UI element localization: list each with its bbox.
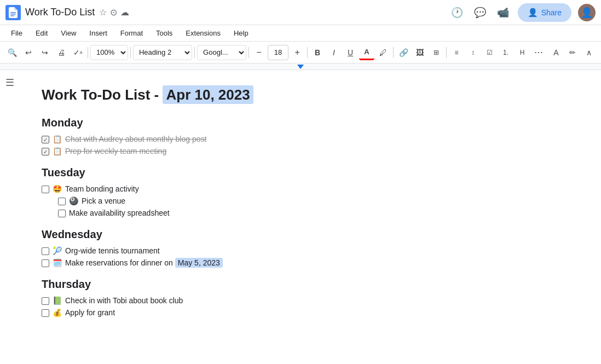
- ordered-list-btn[interactable]: 1.: [498, 45, 513, 60]
- task-item: 🎱 Pick a venue: [58, 197, 568, 205]
- user-avatar[interactable]: 👤: [578, 4, 596, 21]
- tuesday-heading: Tuesday: [42, 166, 568, 179]
- line-spacing-btn[interactable]: ↕: [465, 45, 481, 60]
- task-item: ✓ 📋 Chat with Audrey about monthly blog …: [42, 135, 568, 143]
- checkbox[interactable]: [42, 247, 49, 255]
- print-btn[interactable]: 🖨: [54, 45, 69, 60]
- document-title: Work To-Do List - Apr 10, 2023: [42, 86, 568, 103]
- task-emoji: 🤩: [53, 184, 62, 193]
- style-select[interactable]: Heading 2 Normal text Heading 1 Heading …: [133, 45, 192, 60]
- app-icon: [5, 5, 21, 20]
- task-item: 📗 Check in with Tobi about book club: [42, 296, 568, 305]
- title-icons: ☆ ⊙ ☁: [99, 7, 129, 18]
- menu-extensions[interactable]: Extensions: [180, 27, 226, 39]
- more-options-btn[interactable]: ⋯: [531, 45, 546, 60]
- font-size-increase-btn[interactable]: +: [290, 45, 305, 60]
- undo-btn[interactable]: ↩: [21, 45, 36, 60]
- task-emoji: 🗓️: [53, 258, 62, 267]
- accessibility-btn[interactable]: A: [548, 45, 564, 60]
- share-label: Share: [541, 8, 562, 17]
- task-item: Make availability spreadsheet: [58, 209, 568, 217]
- doc-title-text-part: Work To-Do List -: [42, 86, 163, 103]
- checkbox[interactable]: [42, 309, 49, 317]
- svg-rect-0: [10, 12, 16, 13]
- cloud-icon[interactable]: ☁: [120, 7, 129, 18]
- toolbar-sep-7: [446, 47, 447, 58]
- task-emoji: 🎱: [69, 197, 78, 205]
- ruler-indent-marker: [297, 65, 304, 69]
- doc-title-date-chip: Apr 10, 2023: [163, 85, 253, 104]
- title-bar-right: 🕐 💬 📹 👤 Share 👤: [449, 3, 596, 22]
- checkbox[interactable]: [42, 186, 49, 193]
- checkbox[interactable]: [42, 297, 49, 305]
- link-btn[interactable]: 🔗: [396, 45, 411, 60]
- task-text: Chat with Audrey about monthly blog post: [65, 135, 206, 143]
- ruler-area: [0, 63, 601, 70]
- menu-format[interactable]: Format: [115, 27, 148, 39]
- bold-btn[interactable]: B: [310, 45, 325, 60]
- history-icon[interactable]: 🕐: [449, 4, 465, 21]
- share-person-icon: 👤: [528, 8, 538, 18]
- checkbox[interactable]: [42, 259, 49, 267]
- task-item: 💰 Apply for grant: [42, 308, 568, 317]
- video-icon[interactable]: 📹: [495, 4, 511, 21]
- font-size-input[interactable]: [268, 45, 288, 60]
- sidebar-toggle[interactable]: ☰: [0, 70, 20, 364]
- task-text: Make reservations for dinner on May 5, 2…: [65, 258, 223, 267]
- insert-image-btn[interactable]: ⊞: [429, 45, 444, 60]
- collapse-toolbar-btn[interactable]: ∧: [581, 45, 597, 60]
- thursday-task-list: 📗 Check in with Tobi about book club 💰 A…: [42, 296, 568, 317]
- checkbox[interactable]: ✓: [42, 136, 49, 143]
- star-icon[interactable]: ☆: [99, 7, 107, 18]
- title-bar-left: Work To-Do List ☆ ⊙ ☁: [5, 5, 449, 20]
- title-bar: Work To-Do List ☆ ⊙ ☁ 🕐 💬 📹 👤 Share 👤: [0, 0, 601, 25]
- outline-icon: ☰: [5, 77, 14, 364]
- checkbox[interactable]: [58, 210, 66, 217]
- redo-btn[interactable]: ↪: [37, 45, 53, 60]
- align-btn[interactable]: ≡: [449, 45, 464, 60]
- tuesday-task-list: 🤩 Team bonding activity 🎱 Pick a venue M…: [42, 184, 568, 217]
- checkbox[interactable]: ✓: [42, 148, 49, 155]
- doc-container: ☰ Work To-Do List - Apr 10, 2023 Monday …: [0, 70, 601, 364]
- italic-btn[interactable]: I: [326, 45, 342, 60]
- task-item: 🗓️ Make reservations for dinner on May 5…: [42, 258, 568, 267]
- highlight-btn[interactable]: 🖊: [375, 45, 391, 60]
- folder-icon[interactable]: ⊙: [110, 7, 117, 18]
- share-button[interactable]: 👤 Share: [518, 3, 571, 22]
- monday-heading: Monday: [42, 117, 568, 129]
- svg-rect-1: [10, 14, 16, 15]
- menu-insert[interactable]: Insert: [84, 27, 113, 39]
- heading-btn[interactable]: H: [515, 45, 530, 60]
- search-toolbar-btn[interactable]: 🔍: [4, 45, 20, 60]
- spell-check-btn[interactable]: ✓a: [70, 45, 85, 60]
- menu-tools[interactable]: Tools: [151, 27, 178, 39]
- monday-task-list: ✓ 📋 Chat with Audrey about monthly blog …: [42, 135, 568, 155]
- underline-btn[interactable]: U: [343, 45, 358, 60]
- text-color-btn[interactable]: A: [359, 45, 374, 60]
- font-size-decrease-btn[interactable]: −: [251, 45, 267, 60]
- task-text: Make availability spreadsheet: [69, 209, 170, 217]
- task-text: Pick a venue: [82, 197, 125, 205]
- font-select[interactable]: Googl... Arial Times New Roman: [197, 45, 246, 60]
- toolbar-sep-2: [130, 47, 131, 58]
- inline-date-chip: May 5, 2023: [175, 258, 223, 268]
- zoom-select[interactable]: 100%: [90, 45, 128, 60]
- menu-edit[interactable]: Edit: [30, 27, 53, 39]
- menu-view[interactable]: View: [55, 27, 82, 39]
- edit-mode-btn[interactable]: ✏: [565, 45, 580, 60]
- toolbar-sep-5: [307, 47, 308, 58]
- task-text: Apply for grant: [65, 308, 115, 317]
- task-emoji: 💰: [53, 308, 62, 317]
- wednesday-heading: Wednesday: [42, 228, 568, 241]
- task-emoji: 📋: [53, 135, 62, 143]
- checkbox[interactable]: [58, 198, 66, 205]
- image-btn[interactable]: 🖼: [412, 45, 427, 60]
- toolbar-sep-3: [194, 47, 195, 58]
- menu-help[interactable]: Help: [228, 27, 254, 39]
- comment-icon[interactable]: 💬: [472, 4, 488, 21]
- task-emoji: 📗: [53, 296, 62, 305]
- task-text-part: Make reservations for dinner on: [65, 258, 175, 267]
- task-text: Check in with Tobi about book club: [65, 296, 183, 305]
- menu-file[interactable]: File: [5, 27, 28, 39]
- checklist-btn[interactable]: ☑: [482, 45, 497, 60]
